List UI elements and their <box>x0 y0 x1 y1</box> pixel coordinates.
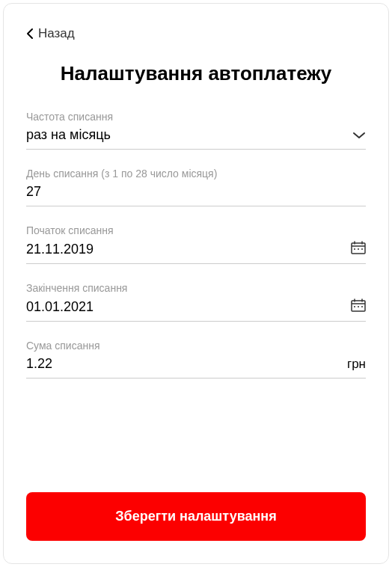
frequency-label: Частота списання <box>26 111 366 123</box>
end-date-input[interactable] <box>26 299 345 315</box>
start-date-label: Початок списання <box>26 224 366 236</box>
frequency-select[interactable]: раз на місяць <box>26 127 366 150</box>
start-date-picker[interactable] <box>26 241 366 264</box>
amount-input[interactable] <box>26 356 341 372</box>
page-title: Налаштування автоплатежу <box>26 62 366 85</box>
save-button[interactable]: Зберегти налаштування <box>26 492 366 541</box>
svg-point-13 <box>361 306 363 307</box>
currency-label: грн <box>347 357 366 372</box>
day-field-group: День списання (з 1 по 28 число місяця) <box>26 168 366 206</box>
back-label: Назад <box>38 26 75 41</box>
back-button[interactable]: Назад <box>26 26 366 41</box>
end-date-label: Закінчення списання <box>26 282 366 294</box>
svg-point-11 <box>354 306 355 307</box>
day-input[interactable] <box>26 184 366 200</box>
amount-field-group: Сума списання грн <box>26 340 366 378</box>
end-date-picker[interactable] <box>26 298 366 322</box>
svg-point-4 <box>354 248 355 250</box>
calendar-icon <box>351 241 366 257</box>
frequency-value: раз на місяць <box>26 127 346 143</box>
svg-point-5 <box>358 248 359 250</box>
start-date-field-group: Початок списання <box>26 224 366 264</box>
day-label: День списання (з 1 по 28 число місяця) <box>26 168 366 180</box>
autopayment-settings-panel: Назад Налаштування автоплатежу Частота с… <box>3 3 389 564</box>
chevron-down-icon <box>352 129 366 142</box>
end-date-field-group: Закінчення списання <box>26 282 366 322</box>
frequency-field-group: Частота списання раз на місяць <box>26 111 366 150</box>
svg-point-6 <box>361 248 363 250</box>
calendar-icon <box>351 298 366 315</box>
chevron-left-icon <box>26 28 34 40</box>
amount-label: Сума списання <box>26 340 366 352</box>
svg-point-12 <box>358 306 359 307</box>
start-date-input[interactable] <box>26 242 345 257</box>
